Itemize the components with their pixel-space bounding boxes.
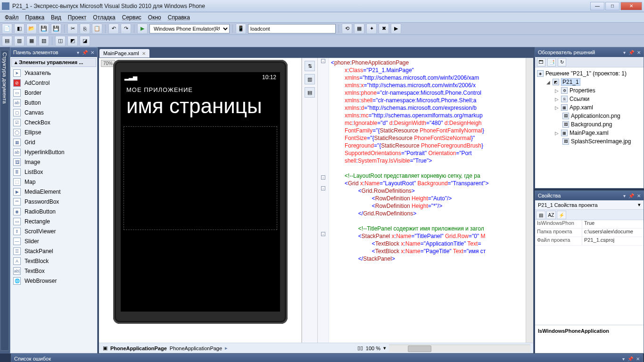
toolbox-item-radiobutton[interactable]: ◉RadioButton	[10, 206, 97, 216]
layout-button[interactable]: ◫	[55, 36, 66, 46]
expand-toggle[interactable]: ▷	[554, 97, 559, 102]
start-debug-button[interactable]: ▶	[137, 24, 148, 34]
xaml-code-editor[interactable]: - - - - <phone:PhoneApplicationPage x:Cl…	[318, 58, 526, 343]
dropdown-icon[interactable]: ▾	[77, 50, 79, 55]
add-item-button[interactable]: ◧	[14, 24, 25, 34]
toolbox-item-pointer[interactable]: ➤Указатель	[10, 68, 97, 78]
split-collapse-icon[interactable]: ▯▯	[357, 345, 363, 351]
menu-view[interactable]: Вид	[48, 13, 64, 22]
find-combo[interactable]	[248, 24, 336, 33]
close-tab-icon[interactable]: ✕	[142, 51, 146, 56]
dropdown-icon[interactable]: ▾	[622, 356, 625, 362]
redo-button[interactable]: ↷	[121, 24, 131, 34]
minimize-button[interactable]: —	[590, 2, 604, 10]
designer-split-gutter[interactable]: ⇅ ▥ ▤	[302, 58, 318, 343]
tool-button[interactable]: ▦	[354, 24, 364, 34]
target-dropdown[interactable]: Windows Phone Emulator(RU)	[149, 24, 230, 33]
toolbox-item-adcontrol[interactable]: ⊘AdControl	[10, 78, 97, 88]
tool-button[interactable]: ✦	[366, 24, 377, 34]
toolbox-item-button[interactable]: abButton	[10, 98, 97, 107]
code-text[interactable]: <phone:PhoneApplicationPage x:Class="P21…	[329, 58, 526, 343]
tool-button[interactable]: ✖	[379, 24, 389, 34]
close-button[interactable]: ✕	[620, 2, 642, 10]
tree-file-node[interactable]: 🖼ApplicationIcon.png	[537, 112, 642, 120]
code-scrollbar-v[interactable]	[526, 58, 533, 343]
tree-properties-node[interactable]: ▷⚙Properties	[537, 86, 642, 95]
tab-document-structure[interactable]: Структура документа	[0, 50, 9, 351]
properties-object-dropdown[interactable]: P21_1 Свойства проекта▾	[535, 200, 644, 210]
expand-toggle[interactable]: ▷	[554, 131, 559, 136]
menu-service[interactable]: Сервис	[119, 13, 144, 22]
editor-scrollbar-h[interactable]	[389, 345, 530, 352]
toolbox-item-canvas[interactable]: ▢Canvas	[10, 107, 97, 117]
tree-project-node[interactable]: ◢◩P21_1	[537, 78, 642, 86]
categorized-button[interactable]: ▤	[536, 211, 545, 219]
property-row[interactable]: Файл проектаP21_1.csproj	[535, 237, 644, 246]
menu-window[interactable]: Окно	[145, 13, 164, 22]
undo-button[interactable]: ↶	[108, 24, 119, 34]
menu-debug[interactable]: Отладка	[90, 13, 118, 22]
new-project-button[interactable]: 📄	[2, 24, 12, 34]
menu-project[interactable]: Проект	[65, 13, 90, 22]
paste-button[interactable]: 📋	[92, 24, 102, 34]
events-button[interactable]: ⚡	[557, 211, 566, 219]
toolbox-item-map[interactable]: ⬚Map	[10, 177, 97, 187]
close-icon[interactable]: ✕	[637, 50, 641, 55]
tab-mainpage[interactable]: MainPage.xaml ✕	[99, 49, 149, 58]
toolbox-item-stackpanel[interactable]: ☰StackPanel	[10, 246, 97, 256]
align-button[interactable]: ▥	[14, 36, 25, 46]
save-button[interactable]: 💾	[39, 24, 49, 34]
menu-help[interactable]: Справка	[165, 13, 193, 22]
collapse-toggle[interactable]: -	[321, 186, 325, 190]
dropdown-icon[interactable]: ▾	[623, 193, 626, 198]
close-icon[interactable]: ✕	[91, 50, 94, 55]
toolbox-item-textbox[interactable]: ab|TextBox	[10, 266, 97, 276]
breadcrumb-item[interactable]: PhoneApplicationPage	[170, 346, 222, 351]
toolbox-item-slider[interactable]: —Slider	[10, 236, 97, 246]
solution-tree[interactable]: ◈Решение "P21_1" (проектов: 1) ◢◩P21_1 ▷…	[535, 67, 644, 188]
horizontal-split-icon[interactable]: ▥	[305, 74, 315, 84]
properties-button[interactable]: 🗔	[537, 58, 545, 66]
pin-icon[interactable]: 📌	[82, 50, 88, 55]
menu-file[interactable]: Файл	[2, 13, 22, 22]
open-button[interactable]: 📂	[26, 24, 37, 34]
collapse-toggle[interactable]: -	[321, 175, 325, 180]
property-row[interactable]: Папка проектаc:\users\alex\docume	[535, 229, 644, 237]
toolbox-item-image[interactable]: 🖼Image	[10, 157, 97, 167]
toolbox-item-ellipse[interactable]: ◯Ellipse	[10, 127, 97, 137]
refresh-button[interactable]: ↻	[558, 58, 566, 66]
toolbox-item-passwordbox[interactable]: **PasswordBox	[10, 197, 97, 206]
pin-icon[interactable]: 📌	[628, 50, 634, 55]
xaml-designer[interactable]: 70% ▂▃▅ 10:12 МОЕ ПРИЛОЖЕНИЕ имя страниц…	[99, 58, 302, 343]
toolbox-item-grid[interactable]: ▦Grid	[10, 137, 97, 147]
layout-button[interactable]: ◪	[80, 36, 90, 46]
cut-button[interactable]: ✂	[67, 24, 78, 34]
close-icon[interactable]: ✕	[637, 193, 641, 198]
save-all-button[interactable]: 💾	[51, 24, 61, 34]
copy-button[interactable]: ⎘	[80, 24, 90, 34]
chevron-down-icon[interactable]: ▾	[383, 345, 386, 351]
toolbox-item-border[interactable]: ▭Border	[10, 88, 97, 98]
tree-references-node[interactable]: ▷⎘Ссылки	[537, 95, 642, 103]
tree-file-node[interactable]: ▷▦MainPage.xaml	[537, 129, 642, 137]
toolbox-item-hyperlinkbutton[interactable]: abHyperlinkButton	[10, 147, 97, 157]
vertical-split-icon[interactable]: ▤	[305, 87, 315, 98]
pin-icon[interactable]: 📌	[628, 193, 634, 198]
align-button[interactable]: ▤	[2, 36, 12, 46]
close-icon[interactable]: ✕	[636, 356, 640, 362]
pin-icon[interactable]: 📌	[627, 356, 633, 362]
toolbox-item-checkbox[interactable]: ☑CheckBox	[10, 117, 97, 127]
layout-button[interactable]: ◩	[67, 36, 78, 46]
tree-file-node[interactable]: ▷▦App.xaml	[537, 103, 642, 112]
property-row[interactable]: IsWindowsPhonTrue	[535, 220, 644, 229]
toolbox-item-listbox[interactable]: ≣ListBox	[10, 167, 97, 177]
collapse-toggle[interactable]: -	[321, 232, 325, 236]
breadcrumb-item[interactable]: PhoneApplicationPage	[110, 346, 167, 351]
toolbox-group-header[interactable]: ▴ Элементы управления ...	[11, 58, 96, 67]
expand-toggle[interactable]: ▷	[554, 105, 559, 110]
xaml-breadcrumb[interactable]: ▣ PhoneApplicationPage PhoneApplicationP…	[99, 345, 231, 351]
zoom-value[interactable]: 100 %	[366, 346, 380, 351]
expand-toggle[interactable]: ◢	[545, 80, 551, 85]
tree-solution-node[interactable]: ◈Решение "P21_1" (проектов: 1)	[537, 69, 642, 78]
align-button[interactable]: ▦	[26, 36, 37, 46]
